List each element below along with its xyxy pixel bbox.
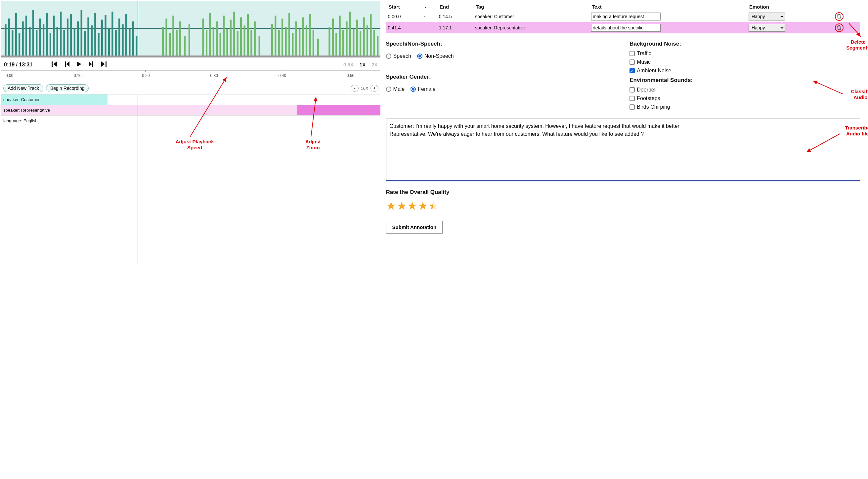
emotion-select[interactable]: Happy: [749, 12, 785, 21]
star-icon[interactable]: ★: [386, 200, 396, 211]
svg-rect-73: [302, 18, 304, 58]
star-rating[interactable]: ★ ★ ★ ★ ★★: [386, 200, 860, 211]
time-ruler[interactable]: 0:00 0:10 0:20 0:30 0:40 0:50: [1, 70, 380, 82]
svg-rect-22: [81, 10, 82, 58]
svg-rect-47: [202, 19, 204, 58]
submit-annotation-button[interactable]: Submit Annotation: [386, 221, 443, 234]
svg-rect-29: [104, 15, 106, 58]
radio-male[interactable]: Male: [386, 86, 405, 92]
svg-rect-70: [292, 33, 293, 58]
track-label: speaker: Customer: [3, 97, 40, 102]
svg-rect-25: [91, 26, 93, 58]
segment-row[interactable]: 0:41.4 - 1:17.1 speaker: Representative …: [386, 22, 860, 33]
time-display: 0:19 / 13:31: [4, 62, 32, 68]
svg-rect-77: [317, 39, 319, 58]
track-actions-row: Add New Track Begin Recording - 16X +: [1, 82, 380, 95]
checkbox-birds-chirping[interactable]: Birds Chirping: [629, 104, 860, 110]
segment-text-input[interactable]: [591, 12, 660, 21]
svg-rect-65: [275, 15, 276, 58]
checkbox-footsteps[interactable]: Footsteps: [629, 96, 860, 101]
svg-rect-36: [129, 29, 130, 58]
svg-rect-44: [179, 22, 181, 58]
timeline-playhead[interactable]: [137, 95, 138, 265]
track-row-language[interactable]: language: English: [1, 115, 380, 126]
svg-rect-84: [349, 11, 351, 58]
svg-rect-32: [115, 30, 117, 58]
transcript-textarea[interactable]: [386, 118, 860, 181]
delete-segment-button[interactable]: [836, 13, 843, 20]
segment-representative[interactable]: [297, 105, 380, 115]
svg-rect-75: [309, 14, 311, 58]
audio-panel: 0:19 / 13:31 0.5X 1X 2X 0:00 0:10 0:20 0…: [0, 0, 382, 479]
svg-rect-89: [367, 26, 368, 58]
svg-rect-11: [43, 24, 44, 58]
emotion-select[interactable]: Happy: [749, 24, 785, 32]
checkbox-traffic[interactable]: Traffic: [629, 50, 860, 57]
svg-rect-85: [352, 29, 354, 58]
track-row-representative[interactable]: speaker: Representative: [1, 105, 380, 115]
svg-rect-74: [306, 26, 307, 58]
col-emotion: Emotion: [747, 3, 833, 11]
delete-segment-button[interactable]: [836, 24, 843, 31]
radio-speech[interactable]: Speech: [386, 53, 411, 59]
add-track-button[interactable]: Add New Track: [3, 84, 43, 92]
zoom-in-button[interactable]: +: [371, 85, 378, 92]
track-row-customer[interactable]: speaker: Customer: [1, 95, 380, 105]
radio-female[interactable]: Female: [410, 86, 435, 92]
svg-rect-41: [169, 33, 171, 58]
annotation-classify-audio: Classify Audio: [851, 89, 868, 100]
speed-2x[interactable]: 2X: [371, 62, 377, 67]
playhead-marker[interactable]: [137, 1, 138, 56]
segment-row[interactable]: 0:00.0 - 0:14.5 speaker: Customer Happy: [386, 11, 860, 22]
skip-to-start-button[interactable]: [52, 62, 58, 68]
svg-rect-59: [244, 26, 245, 58]
annotation-playback-speed: Adjust Playback Speed: [176, 139, 214, 151]
star-icon[interactable]: ★: [407, 200, 417, 211]
svg-rect-81: [339, 15, 341, 58]
segment-text-input[interactable]: [591, 24, 660, 32]
checkbox-ambient-noise[interactable]: ✓Ambient Noise: [629, 68, 860, 74]
bg-noise-heading: Background Noise:: [629, 41, 860, 47]
svg-rect-86: [356, 20, 358, 58]
svg-rect-7: [29, 27, 30, 58]
col-text: Text: [589, 3, 747, 11]
checkbox-music[interactable]: Music: [629, 59, 860, 65]
waveform-display[interactable]: [1, 1, 380, 58]
svg-rect-71: [296, 22, 297, 58]
star-icon[interactable]: ★: [418, 200, 428, 211]
zoom-out-button[interactable]: -: [351, 85, 359, 92]
speed-0-5x[interactable]: 0.5X: [343, 62, 353, 67]
svg-rect-90: [370, 14, 371, 58]
svg-rect-27: [98, 33, 99, 58]
star-icon[interactable]: ★: [397, 200, 407, 211]
svg-rect-55: [230, 20, 231, 58]
svg-rect-28: [101, 20, 103, 58]
radio-non-speech[interactable]: Non-Speech: [417, 53, 454, 59]
svg-rect-58: [240, 18, 242, 58]
play-button[interactable]: [77, 62, 82, 68]
svg-rect-33: [118, 19, 120, 58]
svg-rect-91: [373, 30, 375, 58]
speed-1x[interactable]: 1X: [360, 62, 366, 67]
skip-forward-button[interactable]: [89, 62, 93, 68]
svg-rect-16: [60, 11, 62, 58]
svg-rect-21: [77, 22, 79, 58]
track-label: language: English: [3, 118, 37, 123]
svg-rect-2: [11, 30, 13, 58]
svg-rect-61: [250, 30, 252, 58]
begin-recording-button[interactable]: Begin Recording: [46, 84, 89, 92]
svg-rect-19: [70, 14, 72, 58]
checkbox-doorbell[interactable]: Doorbell: [629, 87, 860, 93]
skip-to-end-button[interactable]: [100, 62, 106, 68]
svg-rect-66: [278, 30, 280, 58]
zoom-level-label: 16X: [361, 86, 368, 91]
svg-rect-15: [57, 27, 58, 58]
svg-rect-14: [53, 15, 55, 58]
svg-rect-46: [189, 24, 190, 58]
star-half-icon[interactable]: ★★: [428, 200, 438, 211]
skip-back-button[interactable]: [65, 62, 69, 68]
svg-rect-45: [184, 36, 186, 58]
svg-rect-53: [223, 15, 225, 58]
svg-rect-52: [220, 33, 221, 58]
svg-rect-43: [176, 30, 178, 58]
